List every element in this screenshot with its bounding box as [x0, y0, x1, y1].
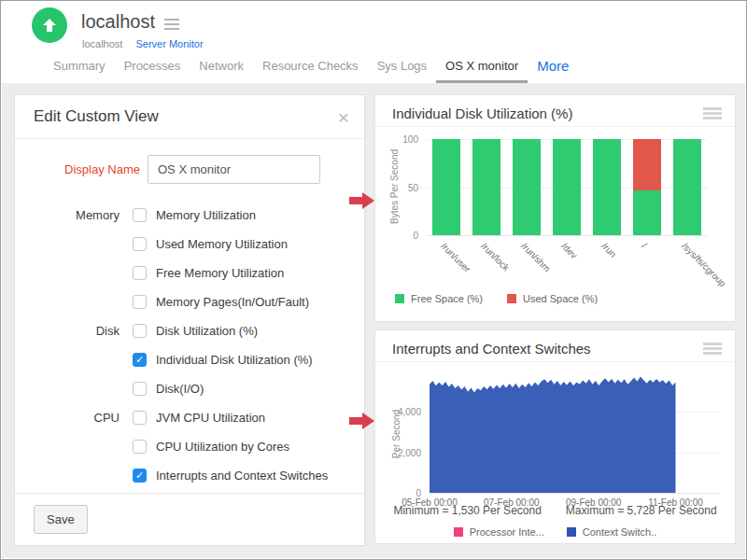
- stacked-bar[interactable]: [633, 139, 661, 235]
- tab-resource-checks[interactable]: Resource Checks: [253, 55, 368, 80]
- legend-swatch: [454, 527, 463, 537]
- stacked-bar[interactable]: [553, 139, 581, 235]
- x-axis-line: [430, 493, 719, 494]
- content-area: Edit Custom View × Display Name MemoryMe…: [2, 83, 745, 558]
- metric-row: Free Memory Utilization: [15, 264, 364, 281]
- y-tick-label: 0: [416, 488, 421, 498]
- group-label: CPU: [15, 411, 120, 425]
- unchecked-checkbox[interactable]: [133, 382, 147, 396]
- unchecked-checkbox[interactable]: [133, 237, 147, 251]
- bar-chart-plot: 050100/run/user/run/lock/run/shm/dev/run…: [427, 139, 707, 235]
- y-tick-label: 0: [413, 231, 418, 241]
- page-title: localhost: [81, 11, 155, 33]
- stacked-bar[interactable]: [593, 139, 621, 235]
- monitor-status-avatar: [32, 7, 67, 43]
- breadcrumb: localhostServer Monitor: [82, 38, 204, 49]
- y-tick-label: 4,000: [398, 407, 421, 417]
- legend-item[interactable]: Used Space (%): [507, 293, 598, 304]
- chart-legend: Processor Inte...Context Switch..: [375, 526, 735, 538]
- unchecked-checkbox[interactable]: [133, 266, 147, 280]
- legend-item[interactable]: Context Switch..: [567, 526, 656, 538]
- tab-bar: SummaryProcessesNetworkResource ChecksSy…: [44, 55, 574, 83]
- stacked-bar[interactable]: [673, 139, 701, 235]
- panel-body: Display Name MemoryMemory UtilizationUse…: [15, 139, 364, 493]
- checked-checkbox[interactable]: [133, 469, 147, 483]
- legend-label: Used Space (%): [523, 293, 598, 304]
- x-tick-label: /sys/fs/cgroup: [680, 241, 727, 288]
- chart-menu-icon[interactable]: [703, 107, 722, 119]
- disk-utilization-card: Individual Disk Utilization (%) Bytes Pe…: [374, 94, 736, 322]
- display-name-input[interactable]: [148, 155, 320, 184]
- app-window: localhost localhostServer Monitor Summar…: [0, 0, 747, 560]
- tab-processes[interactable]: Processes: [115, 55, 190, 80]
- metric-label: Memory Utilization: [156, 208, 256, 222]
- area-series: [430, 375, 719, 493]
- chart-title: Interrupts and Context Switches: [392, 341, 591, 357]
- metric-label: Disk(I/O): [156, 382, 204, 396]
- red-arrow-icon: [349, 413, 374, 429]
- metric-row: Interrupts and Context Switches: [15, 467, 364, 483]
- display-name-label: Display Name: [15, 162, 140, 176]
- tab-summary[interactable]: Summary: [44, 55, 115, 80]
- y-tick-label: 100: [402, 134, 418, 145]
- free-space-segment: [633, 190, 661, 235]
- checked-checkbox[interactable]: [133, 353, 147, 367]
- y-tick-label: 50: [408, 182, 418, 192]
- save-button[interactable]: Save: [34, 505, 88, 534]
- breadcrumb-server-monitor-link[interactable]: Server Monitor: [135, 38, 203, 49]
- red-arrow-icon: [349, 192, 374, 209]
- legend-swatch: [395, 294, 404, 303]
- stacked-bar[interactable]: [513, 139, 541, 235]
- legend-label: Free Space (%): [411, 293, 483, 304]
- legend-label: Processor Inte...: [470, 526, 544, 538]
- x-tick-label: /run/user: [440, 241, 473, 274]
- metric-label: Individual Disk Utilization (%): [156, 353, 313, 367]
- metric-row: CPUJVM CPU Utilization: [15, 409, 364, 426]
- x-tick-label: /run/shm: [519, 241, 552, 273]
- stacked-bar[interactable]: [472, 139, 500, 235]
- legend-item[interactable]: Processor Inte...: [454, 526, 544, 538]
- metric-label: Memory Pages(In/Out/Fault): [156, 295, 309, 309]
- more-link[interactable]: More: [528, 55, 574, 81]
- unchecked-checkbox[interactable]: [133, 411, 147, 425]
- maximum-value-text: Maximum = 5,728 Per Second: [566, 504, 717, 517]
- chart-title: Individual Disk Utilization (%): [392, 105, 572, 121]
- metric-label: Interrupts and Context Switches: [156, 469, 328, 483]
- group-label: Memory: [15, 208, 120, 222]
- header: localhost localhostServer Monitor Summar…: [1, 1, 746, 83]
- edit-custom-view-panel: Edit Custom View × Display Name MemoryMe…: [14, 94, 365, 546]
- unchecked-checkbox[interactable]: [133, 295, 147, 309]
- tab-network[interactable]: Network: [190, 55, 253, 80]
- unchecked-checkbox[interactable]: [133, 440, 147, 454]
- card-header: Interrupts and Context Switches: [375, 330, 735, 362]
- metric-label: JVM CPU Utilization: [156, 411, 265, 425]
- free-space-segment: [432, 139, 460, 235]
- tab-os-x-monitor[interactable]: OS X monitor: [436, 55, 528, 83]
- chart-stats: Minimum = 1,530 Per Second Maximum = 5,7…: [375, 504, 735, 517]
- close-icon[interactable]: ×: [338, 107, 349, 127]
- panel-header: Edit Custom View ×: [15, 95, 364, 139]
- title-menu-icon[interactable]: [164, 19, 179, 30]
- unchecked-checkbox[interactable]: [133, 208, 147, 222]
- legend-item[interactable]: Free Space (%): [395, 293, 483, 304]
- metric-row: MemoryMemory Utilization: [15, 206, 364, 223]
- free-space-segment: [673, 139, 701, 235]
- panel-footer: Save: [15, 493, 364, 545]
- metric-checkbox-list: MemoryMemory UtilizationUsed Memory Util…: [15, 206, 364, 483]
- stacked-bar[interactable]: [432, 139, 460, 235]
- unchecked-checkbox[interactable]: [133, 324, 147, 338]
- metric-row: DiskDisk Utilization (%): [15, 322, 364, 339]
- legend-swatch: [507, 294, 516, 303]
- free-space-segment: [513, 139, 541, 235]
- metric-label: Disk Utilization (%): [156, 324, 258, 338]
- x-tick-label: /: [640, 241, 649, 250]
- x-axis-line: [427, 235, 707, 236]
- y-tick-label: 2,000: [398, 447, 421, 457]
- used-space-segment: [633, 139, 661, 190]
- tab-sys-logs[interactable]: Sys Logs: [368, 55, 436, 80]
- breadcrumb-host: localhost: [82, 38, 122, 49]
- chart-menu-icon[interactable]: [703, 343, 722, 355]
- x-tick-label: /run/lock: [480, 241, 513, 273]
- display-name-row: Display Name: [15, 155, 364, 184]
- free-space-segment: [472, 139, 500, 235]
